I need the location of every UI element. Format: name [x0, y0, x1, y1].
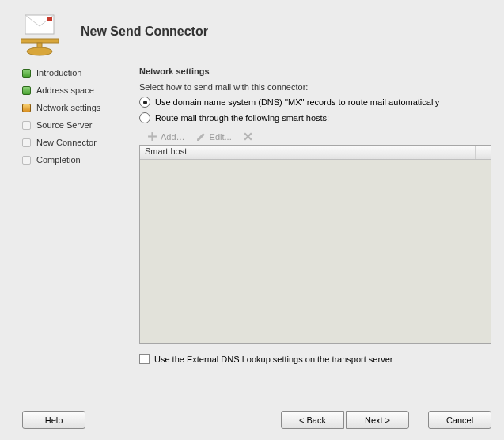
step-indicator-todo-icon — [22, 121, 31, 130]
x-icon — [243, 131, 253, 142]
content-pane: Network settings Select how to send mail… — [139, 63, 491, 391]
svg-marker-7 — [197, 133, 205, 141]
checkbox-label: Use the External DNS Lookup settings on … — [154, 355, 392, 364]
sidebar-item-network-settings[interactable]: Network settings — [22, 103, 139, 112]
radio-icon — [139, 97, 150, 108]
column-header[interactable]: Smart host — [140, 146, 476, 159]
sidebar-item-completion[interactable]: Completion — [22, 155, 139, 165]
step-indicator-done-icon — [22, 69, 31, 78]
sidebar-item-source-server[interactable]: Source Server — [22, 120, 139, 130]
add-button[interactable]: Add… — [147, 131, 185, 142]
sidebar-item-label: Introduction — [36, 68, 81, 78]
column-spacer — [476, 146, 491, 159]
smart-host-toolbar: Add… Edit... — [139, 128, 491, 145]
radio-icon — [139, 112, 150, 123]
edit-button[interactable]: Edit... — [196, 131, 232, 142]
content-subtitle: Select how to send mail with this connec… — [139, 82, 491, 92]
svg-rect-1 — [47, 17, 52, 21]
next-button[interactable]: Next > — [346, 411, 409, 429]
radio-label: Route mail through the following smart h… — [155, 113, 329, 123]
step-indicator-active-icon — [22, 104, 31, 112]
toolbar-label: Edit... — [210, 132, 232, 142]
sidebar-item-label: Network settings — [36, 103, 100, 112]
plus-icon — [147, 131, 157, 142]
sidebar-item-label: New Connector — [36, 138, 97, 147]
toolbar-label: Add… — [161, 132, 185, 142]
help-button[interactable]: Help — [22, 411, 85, 429]
sidebar-item-new-connector[interactable]: New Connector — [22, 138, 139, 147]
sidebar-item-label: Source Server — [36, 120, 92, 130]
remove-button[interactable] — [243, 131, 253, 142]
sidebar-item-label: Completion — [36, 155, 81, 165]
wizard-footer: Help < Back Next > Cancel — [0, 411, 504, 429]
checkbox-icon — [139, 354, 150, 364]
step-indicator-todo-icon — [22, 156, 31, 165]
svg-rect-2 — [21, 39, 59, 43]
radio-label: Use domain name system (DNS) ''MX'' reco… — [155, 97, 439, 107]
list-header: Smart host — [140, 146, 491, 160]
sidebar-item-address-space[interactable]: Address space — [22, 85, 139, 95]
step-sidebar: Introduction Address space Network setti… — [22, 63, 139, 391]
cancel-button[interactable]: Cancel — [428, 411, 491, 429]
step-indicator-todo-icon — [22, 138, 31, 147]
external-dns-checkbox[interactable]: Use the External DNS Lookup settings on … — [139, 354, 491, 364]
svg-rect-3 — [37, 43, 42, 47]
mail-connector-icon — [21, 12, 59, 59]
radio-smart-hosts[interactable]: Route mail through the following smart h… — [139, 112, 491, 123]
radio-dns-mx[interactable]: Use domain name system (DNS) ''MX'' reco… — [139, 97, 491, 108]
pencil-icon — [196, 131, 207, 142]
wizard-body: Introduction Address space Network setti… — [0, 63, 504, 391]
nav-button-group: < Back Next > — [281, 411, 409, 429]
content-title: Network settings — [139, 66, 491, 76]
wizard-window: New Send Connector Introduction Address … — [0, 0, 504, 440]
sidebar-item-introduction[interactable]: Introduction — [22, 68, 139, 78]
sidebar-item-label: Address space — [36, 85, 94, 95]
svg-rect-6 — [148, 135, 157, 137]
svg-point-4 — [27, 47, 52, 55]
step-indicator-done-icon — [22, 86, 31, 95]
back-button[interactable]: < Back — [281, 411, 344, 429]
wizard-header: New Send Connector — [0, 0, 504, 63]
smart-host-list[interactable]: Smart host — [139, 145, 491, 344]
wizard-title: New Send Connector — [81, 25, 208, 39]
